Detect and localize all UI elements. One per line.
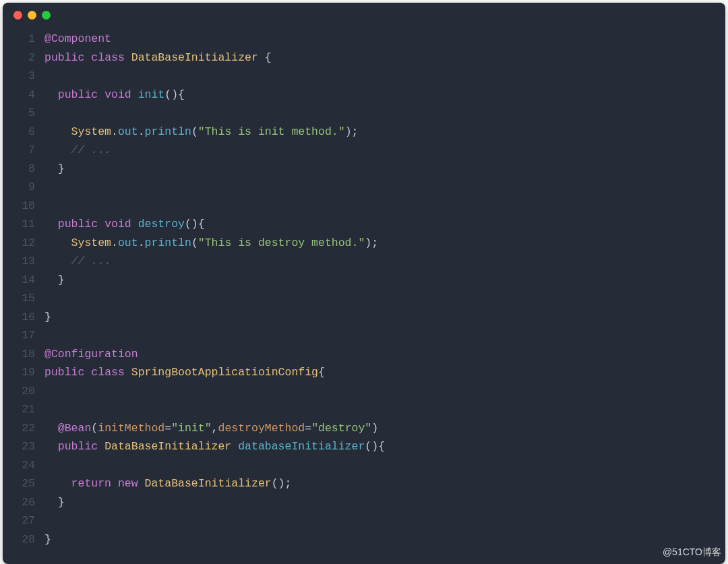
code-line[interactable]: 5 [3, 104, 725, 123]
code-line[interactable]: 7 // ... [3, 141, 725, 160]
line-content[interactable]: // ... [44, 141, 111, 160]
line-number: 17 [3, 326, 44, 345]
line-number: 1 [3, 30, 44, 49]
line-content[interactable]: } [44, 530, 51, 549]
code-line[interactable]: 11 public void destroy(){ [3, 215, 725, 234]
line-number: 3 [3, 67, 44, 86]
line-content[interactable]: public void destroy(){ [44, 215, 205, 234]
line-number: 11 [3, 215, 44, 234]
window-titlebar [3, 3, 725, 27]
code-line[interactable]: 10 [3, 197, 725, 216]
maximize-icon[interactable] [42, 11, 51, 20]
line-content[interactable]: @Component [44, 30, 111, 49]
line-content[interactable]: System.out.println("This is init method.… [44, 123, 358, 142]
minimize-icon[interactable] [28, 11, 36, 20]
code-line[interactable]: 8 } [3, 160, 725, 179]
line-number: 25 [3, 474, 44, 493]
line-number: 5 [3, 104, 44, 123]
line-number: 26 [3, 493, 44, 512]
code-line[interactable]: 6 System.out.println("This is init metho… [3, 123, 725, 142]
code-line[interactable]: 20 [3, 382, 725, 401]
line-number: 7 [3, 141, 44, 160]
code-line[interactable]: 19public class SpringBootApplicatioinCon… [3, 363, 725, 382]
code-line[interactable]: 9 [3, 178, 725, 197]
line-number: 22 [3, 419, 44, 438]
line-number: 20 [3, 382, 44, 401]
line-number: 23 [3, 437, 44, 456]
line-number: 16 [3, 308, 44, 327]
line-content[interactable]: public class DataBaseInitializer { [44, 49, 272, 67]
line-content[interactable]: public DataBaseInitializer databaseIniti… [44, 437, 385, 456]
line-content[interactable]: public class SpringBootApplicatioinConfi… [44, 363, 325, 382]
code-line[interactable]: 22 @Bean(initMethod="init",destroyMethod… [3, 419, 725, 438]
line-number: 28 [3, 530, 44, 549]
code-line[interactable]: 24 [3, 456, 725, 475]
line-number: 21 [3, 400, 44, 419]
line-number: 13 [3, 252, 44, 271]
line-content[interactable]: // ... [44, 252, 111, 271]
line-number: 8 [3, 160, 44, 179]
line-number: 4 [3, 86, 44, 104]
code-line[interactable]: 18@Configuration [3, 345, 725, 364]
code-line[interactable]: 13 // ... [3, 252, 725, 271]
code-line[interactable]: 17 [3, 326, 725, 345]
line-number: 24 [3, 456, 44, 475]
line-number: 19 [3, 363, 44, 382]
line-number: 9 [3, 178, 44, 197]
code-line[interactable]: 28} [3, 530, 725, 549]
line-number: 14 [3, 271, 44, 290]
line-content[interactable]: public void init(){ [44, 86, 185, 104]
code-line[interactable]: 25 return new DataBaseInitializer(); [3, 474, 725, 493]
code-editor[interactable]: 1@Component2public class DataBaseInitial… [3, 27, 725, 549]
editor-window: 1@Component2public class DataBaseInitial… [3, 3, 725, 564]
code-line[interactable]: 12 System.out.println("This is destroy m… [3, 234, 725, 253]
line-number: 10 [3, 197, 44, 216]
line-number: 12 [3, 234, 44, 253]
line-content[interactable]: System.out.println("This is destroy meth… [44, 234, 378, 253]
code-line[interactable]: 21 [3, 400, 725, 419]
close-icon[interactable] [13, 11, 22, 20]
line-content[interactable]: } [44, 493, 65, 512]
line-content[interactable]: return new DataBaseInitializer(); [44, 474, 291, 493]
line-content[interactable]: @Bean(initMethod="init",destroyMethod="d… [44, 419, 378, 438]
code-line[interactable]: 3 [3, 67, 725, 86]
code-line[interactable]: 23 public DataBaseInitializer databaseIn… [3, 437, 725, 456]
code-line[interactable]: 4 public void init(){ [3, 86, 725, 104]
line-number: 15 [3, 289, 44, 308]
line-number: 6 [3, 123, 44, 142]
line-content[interactable]: } [44, 271, 65, 290]
code-line[interactable]: 27 [3, 511, 725, 530]
line-content[interactable]: @Configuration [44, 345, 138, 364]
code-line[interactable]: 26 } [3, 493, 725, 512]
code-line[interactable]: 15 [3, 289, 725, 308]
line-content[interactable]: } [44, 160, 65, 179]
line-number: 27 [3, 511, 44, 530]
line-number: 2 [3, 49, 44, 67]
code-line[interactable]: 16} [3, 308, 725, 327]
line-content[interactable]: } [44, 308, 51, 327]
code-line[interactable]: 2public class DataBaseInitializer { [3, 49, 725, 67]
watermark-text: @51CTO博客 [663, 546, 721, 559]
code-line[interactable]: 14 } [3, 271, 725, 290]
code-line[interactable]: 1@Component [3, 30, 725, 49]
line-number: 18 [3, 345, 44, 364]
